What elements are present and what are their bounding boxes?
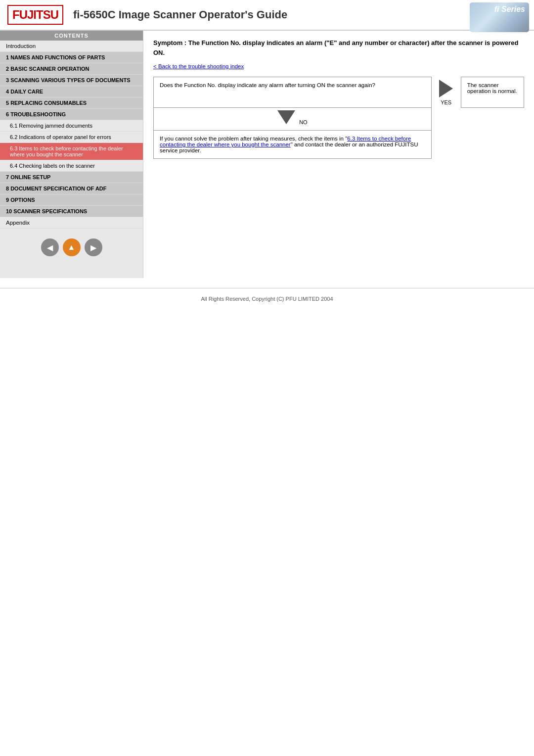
sidebar: CONTENTS Introduction 1 NAMES AND FUNCTI… <box>0 31 143 278</box>
sidebar-item-scanner-specs[interactable]: 10 SCANNER SPECIFICATIONS <box>0 206 143 217</box>
flowchart-empty-cell-4 <box>461 131 524 159</box>
logo-box: FUJITSU <box>7 5 63 25</box>
flowchart-empty-cell <box>431 108 461 131</box>
nav-forward-button[interactable]: ▶ <box>85 238 102 256</box>
flowchart-arrow-right-cell: YES <box>431 77 461 108</box>
arrow-down-icon <box>277 110 295 124</box>
sidebar-item-scanning-docs[interactable]: 3 SCANNING VARIOUS TYPES OF DOCUMENTS <box>0 75 143 86</box>
sidebar-item-online-setup[interactable]: 7 ONLINE SETUP <box>0 172 143 183</box>
flowchart-no-result-prefix: If you cannot solve the problem after ta… <box>160 136 347 142</box>
sidebar-item-options[interactable]: 9 OPTIONS <box>0 194 143 206</box>
sidebar-item-indications[interactable]: 6.2 Indications of operator panel for er… <box>0 132 143 143</box>
fi-series-text: fi Series <box>494 5 525 14</box>
nav-back-button[interactable]: ◀ <box>41 238 59 256</box>
sidebar-item-items-check[interactable]: 6.3 Items to check before contacting the… <box>0 143 143 160</box>
symptom-text: The Function No. display indicates an al… <box>153 39 518 56</box>
page-footer: All Rights Reserved, Copyright (C) PFU L… <box>0 288 534 309</box>
sidebar-item-replacing[interactable]: 5 REPLACING CONSUMABLES <box>0 97 143 109</box>
nav-up-button[interactable]: ▲ <box>63 238 81 256</box>
symptom-title: Symptom : The Function No. display indic… <box>153 38 524 57</box>
flowchart-empty-cell-2 <box>461 108 524 131</box>
fi-series-badge: fi Series <box>470 2 529 32</box>
sidebar-item-introduction[interactable]: Introduction <box>0 41 143 52</box>
main-layout: CONTENTS Introduction 1 NAMES AND FUNCTI… <box>0 31 534 278</box>
flowchart-question-cell: Does the Function No. display indicate a… <box>154 77 432 108</box>
flowchart-yes-result: The scanner operation is normal. <box>467 82 517 94</box>
flowchart-question: Does the Function No. display indicate a… <box>160 82 375 88</box>
yes-label: YES <box>434 99 458 105</box>
back-to-troubleshooting-link[interactable]: Back to the trouble shooting index <box>153 63 524 69</box>
symptom-label: Symptom : <box>153 39 186 47</box>
page-header: FUJITSU fi-5650C Image Scanner Operator'… <box>0 0 534 31</box>
arrow-right-icon <box>439 80 453 97</box>
fujitsu-wordmark: FUJITSU <box>12 8 58 22</box>
sidebar-item-basic-scanner[interactable]: 2 BASIC SCANNER OPERATION <box>0 63 143 75</box>
copyright-text: All Rights Reserved, Copyright (C) PFU L… <box>201 296 333 302</box>
no-label: NO <box>299 119 308 125</box>
flowchart-no-result-cell: If you cannot solve the problem after ta… <box>154 131 432 159</box>
sidebar-item-removing-jammed[interactable]: 6.1 Removing jammed documents <box>0 120 143 132</box>
flowchart-yes-result-cell: The scanner operation is normal. <box>461 77 524 108</box>
sidebar-item-document-spec[interactable]: 8 DOCUMENT SPECIFICATION OF ADF <box>0 183 143 194</box>
content-area: Symptom : The Function No. display indic… <box>143 31 534 278</box>
sidebar-item-appendix[interactable]: Appendix <box>0 217 143 229</box>
sidebar-item-checking-labels[interactable]: 6.4 Checking labels on the scanner <box>0 160 143 172</box>
flowchart-empty-cell-3 <box>431 131 461 159</box>
fujitsu-logo-area: FUJITSU <box>7 5 63 25</box>
sidebar-item-names-functions[interactable]: 1 NAMES AND FUNCTIONS OF PARTS <box>0 52 143 63</box>
page-title: fi-5650C Image Scanner Operator's Guide <box>73 8 527 21</box>
flowchart-no-arrow-cell: NO <box>154 108 432 131</box>
flowchart-table: Does the Function No. display indicate a… <box>153 77 524 159</box>
sidebar-item-troubleshooting[interactable]: 6 TROUBLESHOOTING <box>0 109 143 120</box>
sidebar-contents-header: CONTENTS <box>0 31 143 41</box>
nav-buttons: ◀ ▲ ▶ <box>0 229 143 261</box>
sidebar-item-daily-care[interactable]: 4 DAILY CARE <box>0 86 143 97</box>
